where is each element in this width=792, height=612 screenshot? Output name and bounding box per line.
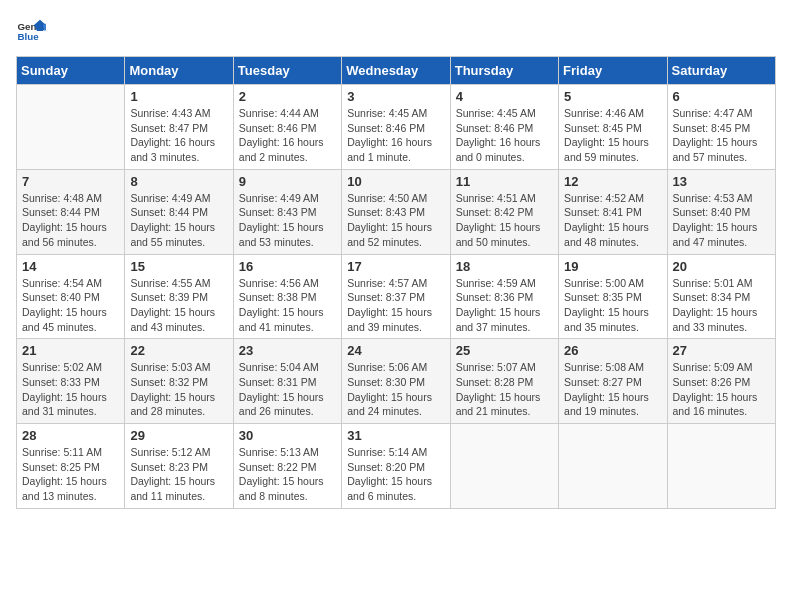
day-info: Sunrise: 5:09 AM Sunset: 8:26 PM Dayligh…: [673, 360, 770, 419]
day-cell: 19Sunrise: 5:00 AM Sunset: 8:35 PM Dayli…: [559, 254, 667, 339]
day-info: Sunrise: 5:11 AM Sunset: 8:25 PM Dayligh…: [22, 445, 119, 504]
calendar-header: SundayMondayTuesdayWednesdayThursdayFrid…: [17, 57, 776, 85]
day-info: Sunrise: 4:54 AM Sunset: 8:40 PM Dayligh…: [22, 276, 119, 335]
day-cell: 4Sunrise: 4:45 AM Sunset: 8:46 PM Daylig…: [450, 85, 558, 170]
day-number: 17: [347, 259, 444, 274]
day-info: Sunrise: 4:50 AM Sunset: 8:43 PM Dayligh…: [347, 191, 444, 250]
day-number: 30: [239, 428, 336, 443]
day-number: 20: [673, 259, 770, 274]
day-cell: 15Sunrise: 4:55 AM Sunset: 8:39 PM Dayli…: [125, 254, 233, 339]
day-info: Sunrise: 5:13 AM Sunset: 8:22 PM Dayligh…: [239, 445, 336, 504]
day-cell: 21Sunrise: 5:02 AM Sunset: 8:33 PM Dayli…: [17, 339, 125, 424]
day-cell: 31Sunrise: 5:14 AM Sunset: 8:20 PM Dayli…: [342, 424, 450, 509]
day-cell: 14Sunrise: 4:54 AM Sunset: 8:40 PM Dayli…: [17, 254, 125, 339]
header-cell-monday: Monday: [125, 57, 233, 85]
day-info: Sunrise: 4:46 AM Sunset: 8:45 PM Dayligh…: [564, 106, 661, 165]
calendar-table: SundayMondayTuesdayWednesdayThursdayFrid…: [16, 56, 776, 509]
day-number: 13: [673, 174, 770, 189]
day-number: 14: [22, 259, 119, 274]
calendar-body: 1Sunrise: 4:43 AM Sunset: 8:47 PM Daylig…: [17, 85, 776, 509]
day-cell: 10Sunrise: 4:50 AM Sunset: 8:43 PM Dayli…: [342, 169, 450, 254]
day-cell: [450, 424, 558, 509]
week-row-1: 1Sunrise: 4:43 AM Sunset: 8:47 PM Daylig…: [17, 85, 776, 170]
day-cell: 3Sunrise: 4:45 AM Sunset: 8:46 PM Daylig…: [342, 85, 450, 170]
day-info: Sunrise: 4:47 AM Sunset: 8:45 PM Dayligh…: [673, 106, 770, 165]
day-info: Sunrise: 4:55 AM Sunset: 8:39 PM Dayligh…: [130, 276, 227, 335]
day-number: 24: [347, 343, 444, 358]
day-info: Sunrise: 4:44 AM Sunset: 8:46 PM Dayligh…: [239, 106, 336, 165]
day-number: 12: [564, 174, 661, 189]
day-cell: 6Sunrise: 4:47 AM Sunset: 8:45 PM Daylig…: [667, 85, 775, 170]
week-row-3: 14Sunrise: 4:54 AM Sunset: 8:40 PM Dayli…: [17, 254, 776, 339]
day-number: 16: [239, 259, 336, 274]
header-cell-tuesday: Tuesday: [233, 57, 341, 85]
day-cell: 17Sunrise: 4:57 AM Sunset: 8:37 PM Dayli…: [342, 254, 450, 339]
header-cell-friday: Friday: [559, 57, 667, 85]
day-cell: 7Sunrise: 4:48 AM Sunset: 8:44 PM Daylig…: [17, 169, 125, 254]
logo: General Blue: [16, 16, 46, 46]
day-cell: 24Sunrise: 5:06 AM Sunset: 8:30 PM Dayli…: [342, 339, 450, 424]
day-number: 4: [456, 89, 553, 104]
day-cell: 9Sunrise: 4:49 AM Sunset: 8:43 PM Daylig…: [233, 169, 341, 254]
header-cell-thursday: Thursday: [450, 57, 558, 85]
day-number: 11: [456, 174, 553, 189]
day-cell: 16Sunrise: 4:56 AM Sunset: 8:38 PM Dayli…: [233, 254, 341, 339]
day-cell: 13Sunrise: 4:53 AM Sunset: 8:40 PM Dayli…: [667, 169, 775, 254]
day-number: 6: [673, 89, 770, 104]
day-number: 31: [347, 428, 444, 443]
header-cell-wednesday: Wednesday: [342, 57, 450, 85]
day-cell: 28Sunrise: 5:11 AM Sunset: 8:25 PM Dayli…: [17, 424, 125, 509]
day-number: 15: [130, 259, 227, 274]
svg-text:Blue: Blue: [18, 31, 40, 42]
day-info: Sunrise: 5:06 AM Sunset: 8:30 PM Dayligh…: [347, 360, 444, 419]
day-cell: 20Sunrise: 5:01 AM Sunset: 8:34 PM Dayli…: [667, 254, 775, 339]
day-info: Sunrise: 4:45 AM Sunset: 8:46 PM Dayligh…: [347, 106, 444, 165]
day-cell: 2Sunrise: 4:44 AM Sunset: 8:46 PM Daylig…: [233, 85, 341, 170]
day-number: 1: [130, 89, 227, 104]
day-info: Sunrise: 5:04 AM Sunset: 8:31 PM Dayligh…: [239, 360, 336, 419]
day-info: Sunrise: 5:00 AM Sunset: 8:35 PM Dayligh…: [564, 276, 661, 335]
day-info: Sunrise: 5:07 AM Sunset: 8:28 PM Dayligh…: [456, 360, 553, 419]
day-number: 5: [564, 89, 661, 104]
day-number: 19: [564, 259, 661, 274]
day-info: Sunrise: 5:02 AM Sunset: 8:33 PM Dayligh…: [22, 360, 119, 419]
page-header: General Blue: [16, 16, 776, 46]
day-number: 22: [130, 343, 227, 358]
day-info: Sunrise: 4:53 AM Sunset: 8:40 PM Dayligh…: [673, 191, 770, 250]
day-info: Sunrise: 5:12 AM Sunset: 8:23 PM Dayligh…: [130, 445, 227, 504]
day-info: Sunrise: 4:59 AM Sunset: 8:36 PM Dayligh…: [456, 276, 553, 335]
day-cell: 1Sunrise: 4:43 AM Sunset: 8:47 PM Daylig…: [125, 85, 233, 170]
week-row-4: 21Sunrise: 5:02 AM Sunset: 8:33 PM Dayli…: [17, 339, 776, 424]
day-info: Sunrise: 4:45 AM Sunset: 8:46 PM Dayligh…: [456, 106, 553, 165]
day-number: 29: [130, 428, 227, 443]
day-cell: 11Sunrise: 4:51 AM Sunset: 8:42 PM Dayli…: [450, 169, 558, 254]
day-info: Sunrise: 4:49 AM Sunset: 8:43 PM Dayligh…: [239, 191, 336, 250]
day-info: Sunrise: 4:57 AM Sunset: 8:37 PM Dayligh…: [347, 276, 444, 335]
day-number: 7: [22, 174, 119, 189]
day-cell: 18Sunrise: 4:59 AM Sunset: 8:36 PM Dayli…: [450, 254, 558, 339]
day-number: 18: [456, 259, 553, 274]
day-number: 21: [22, 343, 119, 358]
day-cell: 12Sunrise: 4:52 AM Sunset: 8:41 PM Dayli…: [559, 169, 667, 254]
day-cell: 29Sunrise: 5:12 AM Sunset: 8:23 PM Dayli…: [125, 424, 233, 509]
day-info: Sunrise: 5:14 AM Sunset: 8:20 PM Dayligh…: [347, 445, 444, 504]
day-number: 27: [673, 343, 770, 358]
day-info: Sunrise: 5:08 AM Sunset: 8:27 PM Dayligh…: [564, 360, 661, 419]
day-info: Sunrise: 5:03 AM Sunset: 8:32 PM Dayligh…: [130, 360, 227, 419]
logo-icon: General Blue: [16, 16, 46, 46]
day-number: 3: [347, 89, 444, 104]
day-cell: 30Sunrise: 5:13 AM Sunset: 8:22 PM Dayli…: [233, 424, 341, 509]
day-cell: 25Sunrise: 5:07 AM Sunset: 8:28 PM Dayli…: [450, 339, 558, 424]
header-cell-sunday: Sunday: [17, 57, 125, 85]
day-info: Sunrise: 4:51 AM Sunset: 8:42 PM Dayligh…: [456, 191, 553, 250]
day-number: 25: [456, 343, 553, 358]
day-cell: 22Sunrise: 5:03 AM Sunset: 8:32 PM Dayli…: [125, 339, 233, 424]
day-number: 8: [130, 174, 227, 189]
day-number: 28: [22, 428, 119, 443]
day-cell: [667, 424, 775, 509]
day-cell: 8Sunrise: 4:49 AM Sunset: 8:44 PM Daylig…: [125, 169, 233, 254]
day-cell: [17, 85, 125, 170]
day-info: Sunrise: 4:56 AM Sunset: 8:38 PM Dayligh…: [239, 276, 336, 335]
week-row-5: 28Sunrise: 5:11 AM Sunset: 8:25 PM Dayli…: [17, 424, 776, 509]
day-info: Sunrise: 5:01 AM Sunset: 8:34 PM Dayligh…: [673, 276, 770, 335]
